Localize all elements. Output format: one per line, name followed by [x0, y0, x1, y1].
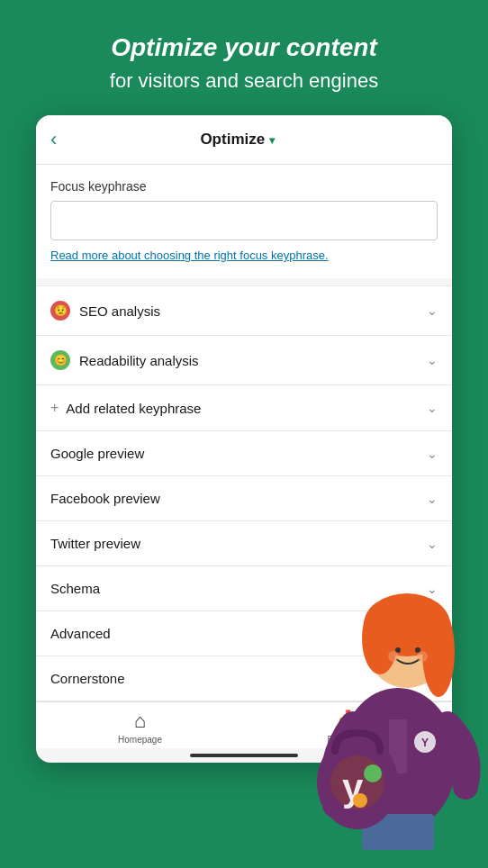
focus-keyphrase-input[interactable]: [50, 201, 438, 240]
svg-point-17: [353, 793, 367, 808]
accordion-item-google-preview[interactable]: Google preview⌄: [36, 431, 452, 476]
svg-point-16: [364, 764, 382, 782]
add-icon: +: [50, 400, 59, 416]
accordion-label-google-preview: Google preview: [50, 446, 427, 461]
accordion-item-seo-analysis[interactable]: 😟SEO analysis⌄: [36, 285, 452, 336]
header-title: Optimize your content: [36, 32, 452, 63]
focus-keyphrase-link[interactable]: Read more about choosing the right focus…: [50, 248, 438, 264]
accordion-label-seo-analysis: SEO analysis: [79, 303, 427, 319]
back-button[interactable]: ‹: [50, 128, 64, 151]
svg-text:Y: Y: [421, 737, 429, 749]
home-indicator: [190, 754, 298, 757]
nav-bar: ‹ Optimize ▾: [36, 115, 452, 165]
accordion-chevron-add-related-keyphrase: ⌄: [427, 401, 438, 415]
bottom-nav-icon-homepage: ⌂: [134, 710, 146, 733]
accordion-label-add-related-keyphrase: Add related keyphrase: [66, 401, 427, 416]
status-icon-readability-analysis: 😊: [50, 350, 70, 370]
accordion-label-facebook-preview: Facebook preview: [50, 491, 427, 506]
focus-keyphrase-section: Focus keyphrase Read more about choosing…: [50, 179, 438, 278]
svg-point-3: [362, 602, 398, 674]
svg-point-4: [422, 607, 455, 697]
accordion-item-add-related-keyphrase[interactable]: +Add related keyphrase⌄: [36, 385, 452, 431]
header: Optimize your content for visitors and s…: [0, 0, 488, 115]
accordion-chevron-facebook-preview: ⌄: [427, 492, 438, 506]
svg-point-8: [417, 651, 428, 662]
bottom-nav-homepage[interactable]: ⌂ Homepage: [36, 710, 244, 745]
accordion-label-readability-analysis: Readability analysis: [79, 353, 427, 368]
nav-title: Optimize ▾: [64, 131, 411, 149]
accordion-chevron-google-preview: ⌄: [427, 447, 438, 461]
accordion-chevron-seo-analysis: ⌄: [427, 303, 438, 318]
focus-keyphrase-label: Focus keyphrase: [50, 179, 438, 194]
svg-point-7: [388, 651, 399, 662]
content-area: Focus keyphrase Read more about choosing…: [36, 165, 452, 278]
character-illustration: Y y: [308, 544, 488, 850]
bottom-nav-label-homepage: Homepage: [118, 735, 162, 745]
status-icon-seo-analysis: 😟: [50, 301, 70, 321]
nav-dropdown-icon[interactable]: ▾: [269, 134, 275, 147]
accordion-item-facebook-preview[interactable]: Facebook preview⌄: [36, 476, 452, 521]
header-subtitle: for visitors and search engines: [36, 68, 452, 95]
accordion-item-readability-analysis[interactable]: 😊Readability analysis⌄: [36, 336, 452, 385]
accordion-chevron-readability-analysis: ⌄: [427, 353, 438, 367]
